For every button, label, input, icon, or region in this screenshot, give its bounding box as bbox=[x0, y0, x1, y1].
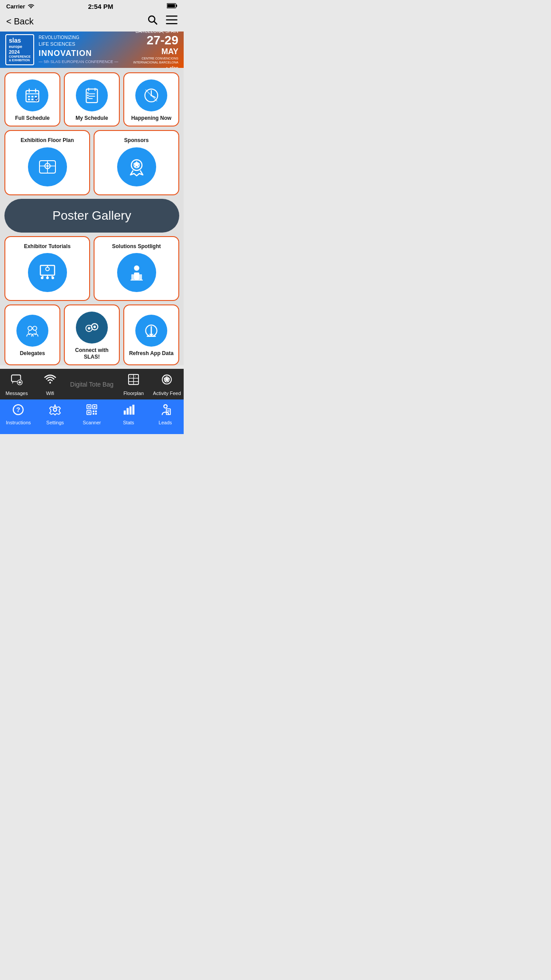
wifi-label: Wifi bbox=[46, 391, 54, 396]
svg-rect-81 bbox=[88, 406, 90, 408]
row-3: Exhibitor Tutorials Solutions Spotlight bbox=[4, 236, 179, 301]
instructions-label: Instructions bbox=[6, 420, 31, 425]
activity-feed-nav-item[interactable]: Activity Feed bbox=[150, 373, 184, 396]
poster-gallery-button[interactable]: Poster Gallery bbox=[4, 199, 179, 233]
banner-middle: REVOLUTIONIZING LIFE SCIENCES INNOVATION… bbox=[39, 35, 133, 64]
svg-point-65 bbox=[49, 382, 51, 384]
blue-nav-bar: ? Instructions Settings bbox=[0, 399, 184, 434]
svg-point-77 bbox=[53, 408, 56, 411]
search-icon[interactable] bbox=[147, 15, 158, 28]
connect-with-slas-tile[interactable]: Connect with SLAS! bbox=[64, 304, 120, 365]
svg-point-24 bbox=[87, 92, 89, 94]
status-bar: Carrier 2:54 PM bbox=[0, 0, 184, 12]
connect-icon-circle bbox=[76, 312, 108, 344]
svg-rect-12 bbox=[28, 96, 30, 98]
svg-rect-48 bbox=[134, 273, 139, 280]
leads-icon bbox=[160, 404, 171, 418]
full-schedule-label: Full Schedule bbox=[15, 115, 50, 121]
svg-point-56 bbox=[88, 327, 90, 329]
main-content: Full Schedule My Schedule bbox=[0, 68, 184, 365]
conference-banner: slas europe 2024 CONFERENCE& EXHIBITION … bbox=[0, 32, 184, 68]
svg-point-34 bbox=[47, 165, 48, 167]
battery-icon bbox=[167, 3, 177, 10]
back-button[interactable]: < Back bbox=[6, 16, 34, 27]
svg-rect-82 bbox=[94, 406, 96, 408]
svg-text:×: × bbox=[135, 375, 136, 377]
svg-point-64 bbox=[19, 382, 20, 383]
instructions-nav-item[interactable]: ? Instructions bbox=[0, 404, 37, 425]
full-schedule-icon-circle bbox=[16, 79, 48, 111]
svg-rect-49 bbox=[131, 274, 134, 280]
menu-icon[interactable] bbox=[166, 16, 177, 27]
floorplan-nav-item[interactable]: × × Floorplan bbox=[117, 373, 150, 396]
svg-point-26 bbox=[87, 97, 89, 99]
svg-point-39 bbox=[46, 267, 49, 271]
solutions-spotlight-tile[interactable]: Solutions Spotlight bbox=[94, 236, 179, 301]
refresh-app-data-tile[interactable]: Refresh App Data bbox=[123, 304, 179, 365]
svg-rect-88 bbox=[124, 411, 126, 415]
happening-now-tile[interactable]: Happening Now bbox=[123, 72, 179, 126]
scanner-label: Scanner bbox=[83, 420, 101, 425]
svg-rect-16 bbox=[31, 99, 34, 100]
wifi-nav-item[interactable]: Wifi bbox=[33, 373, 67, 396]
slas-logo: slas europe 2024 CONFERENCE& EXHIBITION bbox=[5, 34, 34, 65]
digital-tote-bag-label: Digital Tote Bag bbox=[70, 381, 114, 388]
activity-feed-label: Activity Feed bbox=[153, 391, 181, 396]
floorplan-label: Floorplan bbox=[123, 391, 144, 396]
poster-gallery-label: Poster Gallery bbox=[52, 209, 131, 223]
svg-rect-14 bbox=[35, 96, 37, 98]
my-schedule-tile[interactable]: My Schedule bbox=[64, 72, 120, 126]
dark-nav-bar: Messages Wifi Digital Tote Bag bbox=[0, 369, 184, 399]
status-left: Carrier bbox=[6, 3, 35, 10]
exhibitor-tutorials-tile[interactable]: Exhibitor Tutorials bbox=[4, 236, 90, 301]
wifi-nav-icon bbox=[44, 373, 56, 389]
svg-point-52 bbox=[28, 326, 32, 330]
settings-icon bbox=[49, 404, 61, 418]
time-display: 2:54 PM bbox=[88, 3, 113, 10]
my-schedule-icon-circle bbox=[76, 79, 108, 111]
settings-label: Settings bbox=[46, 420, 64, 425]
digital-tote-bag-nav-item[interactable]: Digital Tote Bag bbox=[67, 381, 117, 388]
svg-point-17 bbox=[35, 98, 39, 102]
sponsors-tile[interactable]: Sponsors bbox=[94, 130, 179, 195]
svg-point-92 bbox=[164, 405, 167, 408]
svg-point-47 bbox=[134, 265, 139, 271]
svg-rect-51 bbox=[130, 280, 143, 281]
messages-nav-item[interactable]: Messages bbox=[0, 373, 33, 396]
status-right bbox=[167, 3, 177, 10]
full-schedule-tile[interactable]: Full Schedule bbox=[4, 72, 60, 126]
happening-now-icon-circle bbox=[135, 79, 167, 111]
floor-plan-icon-circle bbox=[28, 147, 67, 186]
refresh-icon-circle bbox=[135, 315, 167, 347]
navigation-bar: < Back bbox=[0, 12, 184, 32]
messages-label: Messages bbox=[6, 391, 28, 396]
delegates-tile[interactable]: Delegates bbox=[4, 304, 60, 365]
settings-nav-item[interactable]: Settings bbox=[37, 404, 74, 425]
nav-actions bbox=[147, 15, 177, 28]
svg-rect-91 bbox=[132, 405, 134, 415]
svg-rect-84 bbox=[93, 411, 94, 412]
svg-rect-87 bbox=[95, 413, 97, 415]
delegates-icon-circle bbox=[16, 315, 48, 347]
svg-rect-89 bbox=[126, 408, 129, 415]
leads-nav-item[interactable]: Leads bbox=[147, 404, 184, 425]
activity-feed-icon bbox=[161, 373, 173, 389]
row-2: Exhibition Floor Plan Sponsors bbox=[4, 130, 179, 195]
svg-rect-7 bbox=[166, 23, 177, 24]
leads-label: Leads bbox=[159, 420, 172, 425]
slas-text: slas bbox=[9, 37, 31, 44]
solutions-spotlight-icon-circle bbox=[117, 253, 156, 292]
scanner-nav-item[interactable]: Scanner bbox=[74, 404, 110, 425]
sponsors-icon-circle bbox=[117, 147, 156, 186]
refresh-app-data-label: Refresh App Data bbox=[129, 350, 173, 356]
svg-rect-1 bbox=[176, 4, 177, 7]
year-text: 2024 bbox=[9, 49, 31, 55]
svg-line-4 bbox=[154, 22, 157, 25]
svg-point-25 bbox=[87, 95, 89, 96]
conf-text: CONFERENCE& EXHIBITION bbox=[9, 55, 31, 63]
scanner-icon bbox=[86, 404, 98, 418]
exhibition-floor-plan-tile[interactable]: Exhibition Floor Plan bbox=[4, 130, 90, 195]
stats-nav-item[interactable]: Stats bbox=[110, 404, 147, 425]
stats-icon bbox=[123, 404, 134, 418]
svg-rect-90 bbox=[130, 407, 132, 415]
